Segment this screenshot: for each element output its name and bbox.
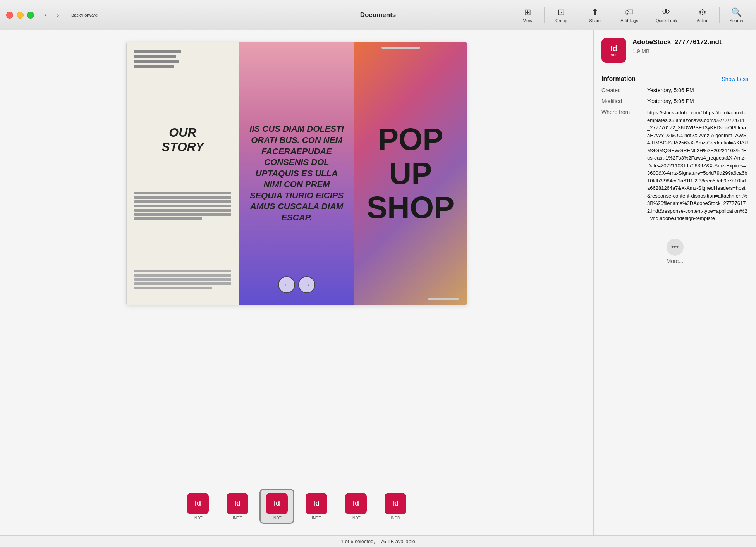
- preview-container: OUR STORY: [8, 38, 586, 485]
- more-button[interactable]: •••: [667, 239, 684, 256]
- view-icon: ⊞: [524, 7, 531, 17]
- group-icon: ⊡: [558, 7, 565, 17]
- tag-icon: 🏷: [625, 7, 634, 17]
- lower-line-3: [134, 278, 231, 281]
- back-button[interactable]: ‹: [40, 10, 51, 21]
- more-label: More...: [667, 258, 684, 264]
- where-from-value: https://stock.adobe.com/ https://fotolia…: [647, 109, 748, 222]
- thumbnail-label-3: INDT: [272, 516, 281, 520]
- traffic-lights: [6, 12, 34, 19]
- toolbar-quick-look[interactable]: 👁 Quick Look: [650, 6, 682, 24]
- search-label: Search: [730, 18, 743, 23]
- thumbnail-3[interactable]: Id INDT: [259, 489, 294, 524]
- thumbnail-label-1: INDT: [193, 516, 202, 520]
- file-icon: Id INDT: [601, 38, 626, 63]
- lower-line-2: [134, 274, 231, 277]
- story-line-2: [134, 55, 176, 58]
- search-icon: 🔍: [731, 7, 742, 17]
- bottom-line-7: [134, 217, 202, 220]
- thumbnail-icon-5: Id: [345, 493, 367, 514]
- story-line-4: [134, 65, 174, 68]
- thumbnail-6[interactable]: Id INDD: [378, 489, 413, 524]
- file-size: 1.9 MB: [632, 48, 748, 54]
- info-section: Information Show Less Created Yesterday,…: [594, 69, 756, 227]
- share-icon: ⬆: [591, 7, 598, 17]
- file-name-info: AdobeStock_277776172.indt 1.9 MB: [632, 38, 748, 54]
- scroll-indicator-bottom: [428, 298, 459, 300]
- bottom-line-4: [134, 205, 231, 207]
- modified-label: Modified: [601, 98, 644, 104]
- toolbar-right: ⊞ View ⊡ Group ⬆ Share 🏷 Add Tags 👁 Quic…: [514, 6, 750, 24]
- main-content: OUR STORY: [0, 30, 756, 535]
- toolbar-add-tags[interactable]: 🏷 Add Tags: [615, 6, 644, 24]
- next-arrow[interactable]: →: [298, 276, 315, 293]
- file-header: Id INDT AdobeStock_277776172.indt 1.9 MB: [594, 30, 756, 69]
- thumbnail-icon-4: Id: [306, 493, 327, 514]
- where-from-label: Where from: [601, 109, 644, 222]
- group-label: Group: [555, 18, 567, 23]
- preview-frame: OUR STORY: [126, 42, 467, 305]
- maximize-button[interactable]: [27, 12, 34, 19]
- info-row-modified: Modified Yesterday, 5:06 PM: [601, 98, 748, 104]
- thumbnail-icon-3: Id: [266, 493, 288, 514]
- nav-buttons: ‹ ›: [40, 10, 64, 21]
- forward-button[interactable]: ›: [53, 10, 64, 21]
- left-panel: OUR STORY: [0, 30, 593, 535]
- add-tags-label: Add Tags: [620, 18, 638, 23]
- file-icon-label: Id: [610, 44, 617, 53]
- toolbar-action[interactable]: ⚙ Action: [689, 6, 716, 24]
- lower-line-5: [134, 287, 212, 289]
- toolbar-sep-3: [612, 7, 612, 23]
- quick-look-icon: 👁: [662, 7, 670, 17]
- thumbnail-label-6: INDD: [391, 516, 400, 520]
- file-icon-ext: INDT: [610, 53, 619, 57]
- minimize-button[interactable]: [17, 12, 24, 19]
- bottom-line-6: [134, 213, 231, 216]
- scroll-indicator-top: [381, 47, 420, 49]
- thumbnail-5[interactable]: Id INDT: [338, 489, 373, 524]
- more-button-area: ••• More...: [594, 231, 756, 272]
- quick-look-label: Quick Look: [656, 18, 677, 23]
- story-text: STORY: [134, 140, 231, 154]
- right-panel: Id INDT AdobeStock_277776172.indt 1.9 MB…: [593, 30, 756, 535]
- thumbnail-2[interactable]: Id INDT: [220, 489, 255, 524]
- modified-value: Yesterday, 5:06 PM: [647, 98, 748, 104]
- pop-text: POP: [367, 122, 455, 157]
- lower-line-1: [134, 270, 231, 272]
- view-label: View: [523, 18, 532, 23]
- window-title: Documents: [360, 11, 396, 19]
- thumbnail-icon-1: Id: [187, 493, 209, 514]
- close-button[interactable]: [6, 12, 13, 19]
- toolbar-group[interactable]: ⊡ Group: [548, 6, 575, 24]
- info-header: Information Show Less: [601, 76, 748, 83]
- toolbar-view[interactable]: ⊞ View: [514, 6, 541, 24]
- bottom-line-1: [134, 192, 231, 194]
- story-line-3: [134, 60, 179, 63]
- action-icon: ⚙: [699, 7, 706, 17]
- toolbar-sep-2: [578, 7, 578, 23]
- preview-image: OUR STORY: [127, 42, 467, 305]
- share-label: Share: [589, 18, 601, 23]
- story-line-1: [134, 50, 181, 53]
- created-label: Created: [601, 87, 644, 93]
- action-label: Action: [697, 18, 709, 23]
- bottom-line-2: [134, 196, 231, 199]
- toolbar-search[interactable]: 🔍 Search: [723, 6, 750, 24]
- thumbnail-label-2: INDT: [233, 516, 242, 520]
- poster-panel-middle: IIS CUS DIAM DOLESTI ORATI BUS. CON NEM …: [239, 42, 355, 305]
- thumbnail-1[interactable]: Id INDT: [180, 489, 215, 524]
- toolbar-share[interactable]: ⬆ Share: [581, 6, 608, 24]
- show-less-button[interactable]: Show Less: [722, 76, 748, 82]
- prev-arrow[interactable]: ←: [278, 276, 295, 293]
- toolbar-sep-6: [719, 7, 720, 23]
- info-title: Information: [601, 76, 636, 83]
- status-text: 1 of 6 selected, 1.76 TB available: [341, 538, 415, 544]
- thumbnail-label-5: INDT: [351, 516, 360, 520]
- info-row-created: Created Yesterday, 5:06 PM: [601, 87, 748, 93]
- title-bar: ‹ › Back/Forward Documents ⊞ View ⊡ Grou…: [0, 0, 756, 30]
- thumbnail-4[interactable]: Id INDT: [299, 489, 334, 524]
- bottom-line-5: [134, 209, 231, 212]
- toolbar-sep-5: [686, 7, 686, 23]
- thumbnail-label-4: INDT: [312, 516, 321, 520]
- toolbar-sep-4: [647, 7, 647, 23]
